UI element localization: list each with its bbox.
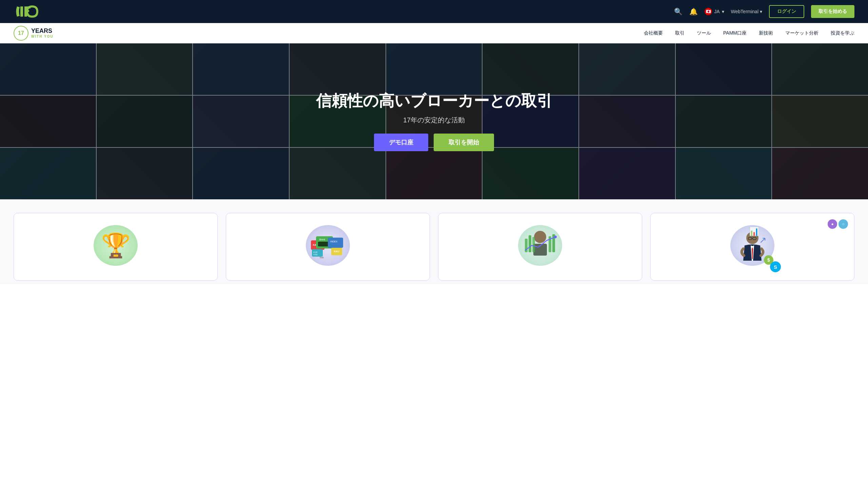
chevron-down-icon: ▾ <box>760 9 762 14</box>
top-nav-right: 🔍 🔔 🇯🇵 JA ▾ WebTerminal ▾ ログイン 取引を始める <box>674 5 855 18</box>
svg-text:Brent: Brent <box>319 238 325 241</box>
svg-rect-0 <box>20 7 23 16</box>
hero-subtitle: 17年の安定的な活動 <box>403 116 465 125</box>
arrow-up-icon: ↗ <box>759 235 767 246</box>
award-card: 🏆 <box>13 213 218 281</box>
search-icon: 🔍 <box>674 8 683 15</box>
hero-section: 信頼性の高いブローカーとの取引 17年の安定的な活動 デモ口座 取引を開始 <box>0 43 868 199</box>
trophy-background: 🏆 <box>93 225 138 266</box>
sidebar-item-pamm[interactable]: PAMM口座 <box>723 30 747 36</box>
chevron-down-icon: ▾ <box>722 9 724 14</box>
demo-account-button[interactable]: デモ口座 <box>374 134 428 151</box>
skype-button[interactable]: S <box>770 261 781 272</box>
sidebar-item-market-analysis[interactable]: マーケット分析 <box>785 30 819 36</box>
cards-section: 🏆 XAU Brent INDEX <box>0 199 868 284</box>
notification-button[interactable]: 🔔 <box>689 8 698 15</box>
platform-icon-area: XAU Brent INDEX EUR USD XAU Tele <box>304 224 352 268</box>
platform-svg-icon: XAU Brent INDEX EUR USD XAU Tele <box>309 230 347 261</box>
japan-flag-icon: 🇯🇵 <box>704 8 712 15</box>
svg-point-25 <box>554 236 557 238</box>
svg-rect-22 <box>532 237 535 252</box>
toggle-button-group[interactable]: ● ○ <box>828 219 848 229</box>
business-icon-area: 📊 ↗ <box>729 224 776 268</box>
language-selector[interactable]: 🇯🇵 JA ▾ <box>704 8 724 15</box>
svg-text:MARKETS: MARKETS <box>17 20 38 20</box>
hero-buttons: デモ口座 取引を開始 <box>374 134 494 151</box>
svg-rect-21 <box>529 235 531 252</box>
years-text: YEARS WITH YOU <box>31 27 54 39</box>
business-background: 📊 ↗ <box>730 225 775 266</box>
sidebar-item-trading[interactable]: 取引 <box>675 30 685 36</box>
analytics-icon-area <box>516 224 564 268</box>
years-circle-icon: 17 <box>13 26 29 41</box>
svg-text:USD: USD <box>313 253 318 255</box>
hero-overlay: 信頼性の高いブローカーとの取引 17年の安定的な活動 デモ口座 取引を開始 <box>0 43 868 199</box>
start-trading-hero-button[interactable]: 取引を開始 <box>434 134 494 151</box>
start-trading-button[interactable]: 取引を始める <box>811 5 855 18</box>
language-code: JA <box>714 9 720 14</box>
trophy-icon: 🏆 <box>101 231 131 259</box>
chart-badge-icon: 📊 <box>749 227 759 236</box>
secondary-navigation: 17 YEARS WITH YOU 会社概要 取引 ツール PAMM口座 新技術… <box>0 23 868 43</box>
sidebar-item-tools[interactable]: ツール <box>697 30 711 36</box>
analytics-card <box>438 213 642 281</box>
svg-text:INDEX: INDEX <box>330 240 338 243</box>
award-icon-area: 🏆 <box>92 224 139 268</box>
business-card: ● ○ 📊 ↗ <box>650 213 855 281</box>
search-button[interactable]: 🔍 <box>674 8 683 15</box>
svg-rect-10 <box>328 238 343 248</box>
login-button[interactable]: ログイン <box>769 5 804 18</box>
hero-title: 信頼性の高いブローカーとの取引 <box>316 92 552 110</box>
sidebar-item-newtech[interactable]: 新技術 <box>759 30 773 36</box>
analytics-svg-icon <box>520 227 561 264</box>
sidebar-item-learn[interactable]: 投資を学ぶ <box>831 30 855 36</box>
svg-point-18 <box>534 231 546 243</box>
web-terminal-button[interactable]: WebTerminal ▾ <box>731 9 762 14</box>
platform-background: XAU Brent INDEX EUR USD XAU Tele <box>306 225 350 266</box>
top-navigation: MARKETS 🔍 🔔 🇯🇵 JA ▾ WebTerminal ▾ ログイン 取… <box>0 0 868 23</box>
toggle-on-button[interactable]: ● <box>828 219 837 229</box>
toggle-off-button[interactable]: ○ <box>838 219 848 229</box>
years-badge: 17 YEARS WITH YOU <box>13 26 54 41</box>
secondary-nav-links: 会社概要 取引 ツール PAMM口座 新技術 マーケット分析 投資を学ぶ <box>644 30 855 36</box>
logo[interactable]: MARKETS <box>13 3 54 20</box>
svg-text:EUR: EUR <box>313 251 318 253</box>
svg-text:Tele: Tele <box>319 256 324 259</box>
analytics-background <box>518 225 562 266</box>
sidebar-item-about[interactable]: 会社概要 <box>644 30 663 36</box>
bell-icon: 🔔 <box>689 8 698 15</box>
platform-card: XAU Brent INDEX EUR USD XAU Tele <box>226 213 430 281</box>
svg-text:XAU: XAU <box>334 250 339 253</box>
web-terminal-label: WebTerminal <box>731 9 758 14</box>
ifc-logo-svg: MARKETS <box>13 3 54 20</box>
